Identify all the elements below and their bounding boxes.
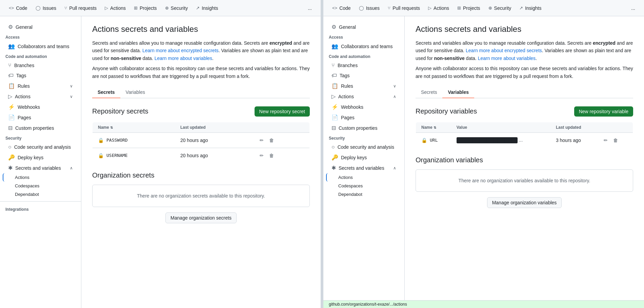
sidebar-collaborators[interactable]: 👥 Collaborators and teams: [3, 41, 78, 52]
table-row: 🔒 USERNAME 20 hours ago ✏ 🗑: [93, 148, 310, 163]
new-repo-secret-button[interactable]: New repository secret: [255, 106, 310, 117]
left-nav-actions[interactable]: ▷ Actions: [101, 3, 129, 13]
right-nav-insights[interactable]: ↗ Insights: [516, 3, 545, 13]
right-page-title: Actions secrets and variables: [416, 24, 633, 34]
right-sidebar-secrets-dependabot[interactable]: Dependabot: [326, 190, 402, 199]
right-nav-issues[interactable]: ◯ Issues: [356, 3, 383, 13]
right-sidebar-custom-properties[interactable]: ⊟ Custom properties: [326, 123, 402, 133]
right-description-2: Anyone with collaborator access to this …: [416, 65, 633, 80]
table-row: 🔒 PASSWORD 20 hours ago ✏ 🗑: [93, 132, 310, 148]
right-sidebar-secrets-codespaces[interactable]: Codespaces: [326, 182, 402, 190]
left-nav-more[interactable]: ...: [304, 3, 315, 13]
right-sidebar-webhooks[interactable]: ⚡ Webhooks: [326, 102, 402, 112]
rules-icon: 📋: [8, 83, 15, 89]
manage-org-variables-button[interactable]: Manage organization variables: [487, 197, 562, 208]
right-nav-more[interactable]: ...: [628, 3, 639, 13]
right-sidebar-pages[interactable]: 📄 Pages: [326, 112, 402, 123]
actions-column-header: [253, 122, 309, 132]
edit-secret-1-icon[interactable]: ✏: [258, 151, 265, 160]
left-tab-variables[interactable]: Variables: [120, 87, 150, 98]
integrations-section: Integrations: [0, 204, 81, 213]
right-security-icon: ⊕: [488, 5, 492, 11]
delete-secret-1-icon[interactable]: 🗑: [268, 151, 275, 160]
right-sidebar-general[interactable]: ⚙ General: [326, 22, 402, 32]
learn-more-variables-link[interactable]: Learn more about variables: [155, 56, 212, 61]
right-sidebar-collaborators[interactable]: 👥 Collaborators and teams: [326, 41, 402, 52]
right-nav-security[interactable]: ⊕ Security: [485, 3, 515, 13]
status-bar: github.com/organizations/t-exaze/.../act…: [323, 300, 644, 308]
right-sidebar-secrets-variables[interactable]: ✱ Secrets and variables ∧: [326, 163, 402, 173]
sidebar-secrets-codespaces[interactable]: Codespaces: [3, 182, 78, 190]
delete-secret-0-icon[interactable]: 🗑: [268, 136, 275, 144]
right-actions-icon: ▷: [428, 5, 431, 11]
custom-properties-icon: ⊟: [8, 125, 13, 131]
right-nav-pullrequests[interactable]: ⑂ Pull requests: [384, 3, 423, 13]
sidebar-branches[interactable]: ⑂ Branches: [3, 60, 78, 70]
sidebar-code-security[interactable]: ○ Code security and analysis: [3, 142, 78, 152]
left-nav-insights[interactable]: ↗ Insights: [193, 3, 221, 13]
name-sort-icon[interactable]: ⇅: [110, 126, 113, 129]
left-nav-pullrequests[interactable]: ⑂ Pull requests: [61, 3, 100, 13]
sidebar-actions[interactable]: ▷ Actions ∨: [3, 91, 78, 102]
org-secrets-title: Organization secrets: [92, 171, 310, 179]
manage-org-secrets-button[interactable]: Manage organization secrets: [165, 212, 237, 223]
right-tab-variables[interactable]: Variables: [442, 87, 474, 98]
actions-sidebar-icon: ▷: [8, 93, 12, 100]
sidebar-pages[interactable]: 📄 Pages: [3, 112, 78, 123]
left-description-1: Secrets and variables allow you to manag…: [92, 39, 310, 62]
left-nav-projects[interactable]: ⊞ Projects: [130, 3, 160, 13]
table-row: 🔒 URL ████████████████ ... 3 hours ago: [416, 132, 633, 148]
delete-var-0-icon[interactable]: 🗑: [612, 136, 619, 144]
right-nav-code[interactable]: <> Code: [329, 3, 354, 13]
repo-variables-title: Repository variables: [416, 107, 477, 115]
sidebar-webhooks[interactable]: ⚡ Webhooks: [3, 102, 78, 112]
right-nav-projects[interactable]: ⊞ Projects: [454, 3, 484, 13]
sidebar-general[interactable]: ⚙ General: [3, 22, 78, 32]
right-tab-secrets[interactable]: Secrets: [416, 87, 442, 98]
sidebar-secrets-dependabot[interactable]: Dependabot: [3, 190, 78, 199]
sidebar-secrets-variables[interactable]: ✱ Secrets and variables ∧: [3, 163, 78, 173]
var-lock-icon: 🔒: [421, 138, 427, 143]
right-sidebar-tags[interactable]: 🏷 Tags: [326, 70, 402, 81]
right-description-1: Secrets and variables allow you to manag…: [416, 39, 633, 62]
security-section: Security: [0, 133, 81, 142]
sidebar-rules[interactable]: 📋 Rules ∨: [3, 81, 78, 91]
right-main-content: Actions secrets and variables Secrets an…: [405, 16, 644, 300]
edit-var-0-icon[interactable]: ✏: [602, 136, 609, 144]
left-nav-code[interactable]: <> Code: [5, 3, 31, 13]
right-rules-chevron: ∨: [393, 84, 396, 88]
secret-actions: ✏ 🗑: [253, 132, 309, 148]
right-learn-more-variables-link[interactable]: Learn more about variables: [478, 56, 536, 61]
right-sidebar-deploy-keys[interactable]: 🔑 Deploy keys: [326, 152, 402, 163]
right-learn-more-secrets-link[interactable]: Learn more about encrypted secrets: [466, 48, 542, 53]
sidebar-custom-properties[interactable]: ⊟ Custom properties: [3, 123, 78, 133]
right-sidebar-actions[interactable]: ▷ Actions ∧: [326, 91, 402, 102]
sidebar-deploy-keys[interactable]: 🔑 Deploy keys: [3, 152, 78, 163]
sidebar-secrets-actions[interactable]: Actions: [3, 173, 78, 182]
secret-name-cell: 🔒 USERNAME: [93, 148, 175, 163]
access-section: Access: [0, 32, 81, 41]
deploy-keys-icon: 🔑: [8, 154, 15, 161]
secrets-icon: ✱: [8, 165, 13, 171]
new-repo-variable-button[interactable]: New repository variable: [574, 106, 633, 117]
sidebar-tags[interactable]: 🏷 Tags: [3, 70, 78, 81]
learn-more-secrets-link[interactable]: Learn more about encrypted secrets: [142, 48, 219, 53]
right-sidebar-rules[interactable]: 📋 Rules ∨: [326, 81, 402, 91]
org-secrets-empty: There are no organization secrets availa…: [92, 185, 310, 207]
org-variables-empty: There are no organization variables avai…: [416, 169, 633, 192]
right-sidebar-branches[interactable]: ⑂ Branches: [326, 60, 402, 70]
right-sidebar-code-security[interactable]: ○ Code security and analysis: [326, 142, 402, 152]
left-nav-issues[interactable]: ◯ Issues: [32, 3, 60, 13]
right-nav-actions[interactable]: ▷ Actions: [425, 3, 452, 13]
right-code-icon: <>: [332, 5, 337, 11]
right-sidebar-secrets-actions[interactable]: Actions: [326, 173, 402, 182]
var-actions-column-header: [597, 122, 633, 132]
edit-secret-0-icon[interactable]: ✏: [258, 136, 265, 144]
tags-icon: 🏷: [8, 73, 14, 79]
right-security-section: Security: [323, 133, 404, 142]
left-tab-secrets[interactable]: Secrets: [92, 87, 120, 98]
right-insights-icon: ↗: [519, 5, 523, 11]
var-name-sort-icon[interactable]: ⇅: [434, 126, 436, 129]
left-nav-security[interactable]: ⊕ Security: [162, 3, 192, 13]
var-value-cell: ████████████████ ...: [451, 132, 550, 148]
